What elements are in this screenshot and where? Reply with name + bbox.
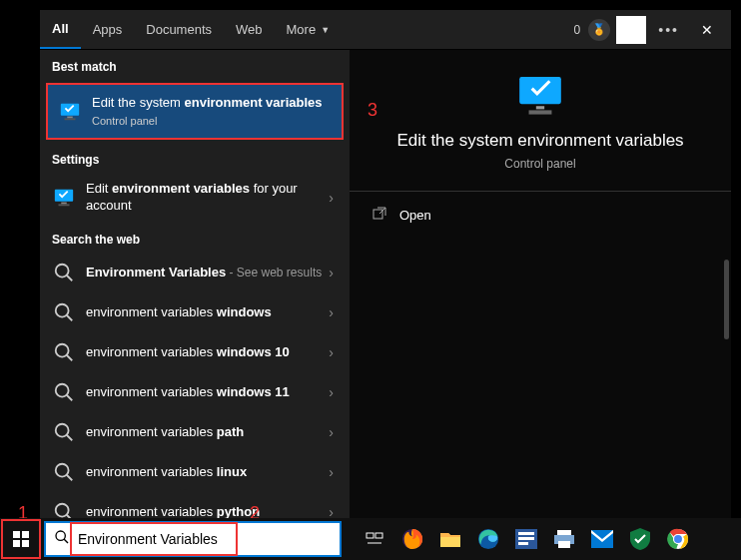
result-text: environment variables python (86, 504, 325, 519)
chevron-right-icon[interactable]: › (325, 304, 338, 320)
result-text: Edit the system environment variables Co… (92, 95, 332, 128)
monitor-check-icon (58, 100, 82, 124)
result-text: environment variables linux (86, 464, 325, 481)
svg-point-30 (56, 531, 65, 540)
result-text: environment variables windows 10 (86, 344, 325, 361)
svg-rect-41 (557, 530, 571, 535)
svg-line-9 (67, 315, 73, 321)
svg-rect-24 (529, 110, 552, 114)
web-result[interactable]: environment variables path › (40, 412, 350, 452)
web-result[interactable]: environment variables windows 11 › (40, 372, 350, 412)
chrome-icon[interactable] (659, 519, 697, 559)
web-result[interactable]: environment variables windows › (40, 292, 350, 332)
results-column: Best match Edit the system environment v… (40, 50, 350, 519)
monitor-check-icon (52, 186, 76, 210)
svg-line-17 (67, 475, 73, 481)
monitor-check-icon (515, 75, 565, 119)
chevron-down-icon: ▼ (321, 25, 330, 35)
svg-point-8 (56, 304, 69, 317)
search-icon (52, 261, 76, 284)
web-result[interactable]: environment variables python › (40, 492, 350, 519)
result-edit-system-env[interactable]: Edit the system environment variables Co… (46, 83, 344, 140)
content-area: Best match Edit the system environment v… (40, 50, 731, 519)
print-icon[interactable] (545, 519, 583, 559)
web-result[interactable]: environment variables linux › (40, 452, 350, 492)
result-text: environment variables windows (86, 304, 325, 321)
svg-rect-2 (65, 118, 76, 120)
settings-heading: Settings (40, 143, 350, 173)
svg-line-31 (64, 539, 68, 543)
open-action[interactable]: Open (368, 192, 713, 239)
preview-pane: Edit the system environment variables Co… (350, 50, 731, 519)
svg-rect-43 (558, 541, 570, 548)
search-panel: All Apps Documents Web More▼ 0 🏅 ••• ✕ B… (40, 10, 731, 519)
more-options-button[interactable]: ••• (652, 22, 685, 38)
open-icon (371, 206, 387, 225)
svg-line-13 (67, 395, 73, 401)
search-icon (52, 420, 76, 444)
taskbar (0, 518, 741, 560)
svg-point-16 (56, 464, 69, 477)
best-match-heading: Best match (40, 50, 350, 80)
svg-point-18 (56, 504, 69, 517)
security-icon[interactable] (621, 519, 659, 559)
svg-rect-28 (13, 540, 20, 547)
task-view-icon[interactable] (356, 519, 393, 559)
chevron-right-icon[interactable]: › (325, 504, 338, 519)
top-right-controls: 0 🏅 ••• ✕ (574, 16, 731, 44)
search-input[interactable] (78, 531, 332, 547)
result-edit-account-env[interactable]: Edit environment variables for your acco… (40, 173, 350, 223)
result-text: Edit environment variables for your acco… (86, 181, 325, 215)
scrollbar-thumb[interactable] (724, 260, 729, 339)
search-icon (52, 380, 76, 404)
tab-web[interactable]: Web (224, 10, 275, 49)
search-icon (54, 529, 70, 549)
search-icon (52, 300, 76, 324)
chevron-right-icon[interactable]: › (325, 190, 338, 206)
start-button[interactable] (1, 519, 41, 559)
taskbar-icons (356, 519, 697, 559)
svg-rect-1 (67, 116, 73, 118)
file-explorer-icon[interactable] (431, 519, 469, 559)
result-text: environment variables path (86, 424, 325, 441)
tab-documents[interactable]: Documents (134, 10, 224, 49)
svg-point-12 (56, 384, 69, 397)
web-result[interactable]: environment variables windows 10 › (40, 332, 350, 372)
close-button[interactable]: ✕ (691, 22, 723, 38)
tab-more[interactable]: More▼ (275, 10, 343, 49)
firefox-icon[interactable] (393, 519, 431, 559)
open-label: Open (399, 208, 431, 223)
user-avatar[interactable] (616, 16, 646, 44)
svg-rect-32 (367, 533, 373, 538)
mail-icon[interactable] (583, 519, 621, 559)
svg-line-7 (67, 276, 73, 281)
result-text: environment variables windows 11 (86, 384, 325, 401)
preview-header: Edit the system environment variables Co… (368, 75, 713, 171)
tab-all[interactable]: All (40, 10, 81, 49)
svg-rect-26 (13, 531, 20, 538)
svg-rect-23 (536, 106, 544, 109)
svg-line-11 (67, 355, 73, 361)
chevron-right-icon[interactable]: › (325, 424, 338, 440)
tab-apps[interactable]: Apps (81, 10, 135, 49)
svg-rect-40 (518, 542, 528, 545)
search-tabs: All Apps Documents Web More▼ (40, 10, 342, 49)
word-icon[interactable] (507, 519, 545, 559)
svg-rect-39 (518, 537, 534, 540)
svg-rect-25 (373, 210, 382, 219)
edge-icon[interactable] (469, 519, 507, 559)
svg-rect-5 (59, 204, 70, 206)
web-result[interactable]: Environment Variables - See web results … (40, 253, 350, 292)
rewards-score: 0 (574, 23, 581, 37)
svg-rect-38 (518, 532, 534, 535)
svg-point-14 (56, 424, 69, 437)
svg-line-15 (67, 435, 73, 441)
taskbar-search-box[interactable] (44, 521, 342, 557)
chevron-right-icon[interactable]: › (325, 265, 338, 280)
chevron-right-icon[interactable]: › (325, 464, 338, 480)
rewards-icon[interactable]: 🏅 (588, 19, 610, 41)
chevron-right-icon[interactable]: › (325, 384, 338, 400)
svg-point-47 (674, 535, 682, 543)
chevron-right-icon[interactable]: › (325, 344, 338, 360)
svg-rect-33 (375, 533, 382, 538)
